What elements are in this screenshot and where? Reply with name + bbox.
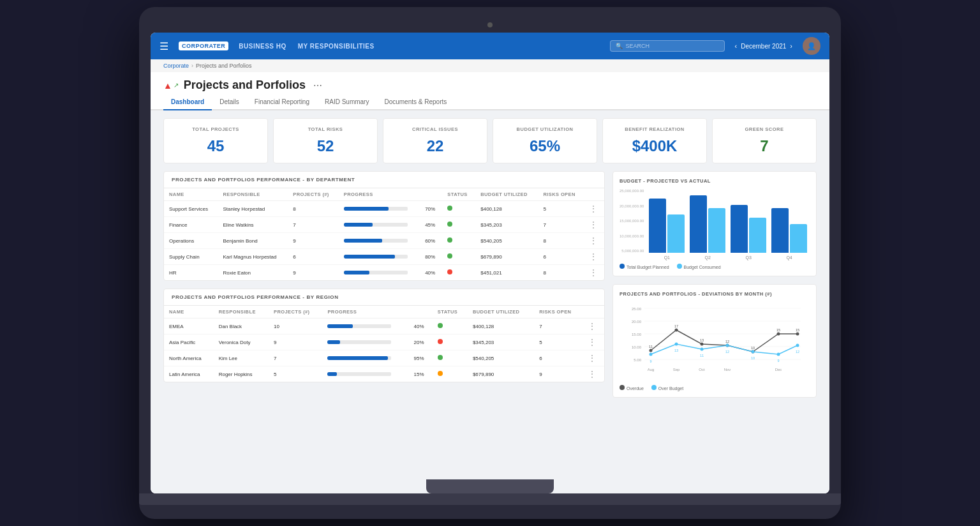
budget-bar-labels: Q1 Q2 Q3 Q4 [646,255,810,260]
cell-status [442,233,475,249]
tab-dashboard[interactable]: Dashboard [163,94,212,110]
deviations-chart-panel: PROJECTS AND PORTFOLIOS - DEVIATIONS BY … [612,284,817,398]
tab-documents-reports[interactable]: Documents & Reports [376,94,454,110]
cell-status [442,217,475,233]
metric-total-projects-label: TOTAL PROJECTS [170,126,261,132]
y-label: 20,000,000.00 [620,204,644,208]
page-title: Projects and Porfolios [184,79,306,92]
table-row: Asia Pacific Veronica Doty 9 20% $345,20… [164,334,604,350]
cell-risks: 5 [534,334,583,350]
col-actions [584,188,604,201]
col-projects: PROJECTS (#) [269,306,322,319]
col-responsible: RESPONSIBLE [214,306,269,319]
svg-point-16 [796,333,799,336]
col-projects: PROJECTS (#) [288,188,339,201]
region-table-panel: PROJECTS AND PORTFOLIOS PERFORMANCE - BY… [163,289,605,382]
cell-budget: $679,890 [468,366,534,382]
dept-table: NAME RESPONSIBLE PROJECTS (#) PROGRESS S… [164,188,604,280]
table-row: Operations Benjamin Bond 9 60% $540,205 … [164,233,604,249]
cell-name: EMEA [164,319,214,334]
cell-progress-bar [322,319,408,334]
metric-benefit-realization-value: $400K [609,137,700,155]
region-table-title: PROJECTS AND PORTFOLIOS PERFORMANCE - BY… [164,289,604,306]
laptop-base [139,493,841,505]
search-box: 🔍 [610,40,725,52]
cell-more[interactable]: ⋮ [583,334,604,350]
table-row: North America Kim Lee 7 95% $540,205 6 ⋮ [164,350,604,366]
cell-more[interactable]: ⋮ [584,265,604,281]
breadcrumb-sep: › [191,63,193,69]
svg-point-19 [701,348,704,351]
breadcrumb: Corporate › Projects and Porfolios [151,59,829,72]
cell-risks: 7 [538,217,584,233]
hamburger-icon[interactable]: ☰ [160,40,168,52]
col-risks: RISKS OPEN [534,306,583,319]
bar-q4-consumed [790,224,807,253]
metric-cards: TOTAL PROJECTS 45 TOTAL RISKS 52 CRITICA… [163,118,817,163]
cell-budget: $345,203 [475,217,538,233]
nav-links: BUSINESS HQ MY RESPONSIBILITIES [239,43,599,50]
cell-progress-bar [322,334,408,350]
metric-critical-issues-label: CRITICAL ISSUES [390,126,480,132]
metric-total-risks: TOTAL RISKS 52 [273,118,378,163]
cell-budget: $345,203 [468,334,534,350]
avatar-initials: 👤 [807,42,816,50]
cell-progress-pct: 40% [409,319,433,334]
cell-responsible: Kim Lee [214,350,269,366]
cell-more[interactable]: ⋮ [583,366,604,382]
cell-more[interactable]: ⋮ [583,319,604,334]
nav-my-responsibilities[interactable]: MY RESPONSIBILITIES [298,43,375,50]
svg-text:12: 12 [796,350,799,354]
table-row: Support Services Stanley Horpestad 8 70%… [164,201,604,217]
svg-point-18 [675,343,678,346]
cell-name: HR [164,265,218,281]
dept-table-panel: PROJECTS AND PORTFOLIOS PERFORMANCE - BY… [163,171,605,281]
svg-text:Aug: Aug [648,368,655,372]
cell-more[interactable]: ⋮ [583,350,604,366]
avatar[interactable]: 👤 [803,37,820,55]
left-panels: PROJECTS AND PORTFOLIOS PERFORMANCE - BY… [163,171,605,398]
more-options-icon[interactable]: ⋯ [313,80,322,91]
cell-risks: 9 [534,366,583,382]
cell-progress-bar [339,249,420,265]
cell-projects: 6 [288,249,339,265]
metric-budget-utilization-value: 65% [500,137,590,155]
bar-q4-planned [771,208,789,253]
bar-label-q2: Q2 [705,255,711,260]
cell-projects: 7 [269,350,322,366]
y-label: 5,000,000.00 [620,249,644,253]
cell-more[interactable]: ⋮ [584,233,604,249]
metric-critical-issues-value: 22 [390,137,480,155]
cell-progress-pct: 15% [409,366,433,382]
tab-financial-reporting[interactable]: Financial Reporting [247,94,317,110]
next-date-button[interactable]: › [790,42,792,50]
col-actions [583,306,604,319]
cell-progress-pct: 80% [420,249,442,265]
col-name: NAME [164,306,214,319]
svg-text:9: 9 [650,359,651,363]
cell-more[interactable]: ⋮ [584,249,604,265]
cell-projects: 9 [288,265,339,281]
green-arrow-icon: ↗ [174,82,179,89]
cell-risks: 6 [538,249,584,265]
bar-q1-consumed [667,214,685,253]
bottom-panels: PROJECTS AND PORTFOLIOS PERFORMANCE - BY… [163,171,817,398]
cell-more[interactable]: ⋮ [584,201,604,217]
prev-date-button[interactable]: ‹ [735,42,738,50]
bar-label-q4: Q4 [786,255,792,260]
tab-raid-summary[interactable]: RAID Summary [317,94,376,110]
red-triangle-icon: ▲ [163,80,172,91]
breadcrumb-corporate[interactable]: Corporate [163,63,189,69]
nav-business-hq[interactable]: BUSINESS HQ [239,43,286,50]
legend-overdue: Overdue [620,385,644,391]
legend-overbudget: Over Budget [651,385,683,391]
tab-details[interactable]: Details [212,94,247,110]
cell-name: Operations [164,233,218,249]
cell-progress-bar [322,366,408,382]
cell-more[interactable]: ⋮ [584,217,604,233]
cell-progress-bar [339,217,420,233]
search-input[interactable] [626,43,719,49]
cell-responsible: Roger Hopkins [214,366,269,382]
svg-text:9: 9 [777,359,779,363]
svg-text:Sep: Sep [673,368,680,372]
